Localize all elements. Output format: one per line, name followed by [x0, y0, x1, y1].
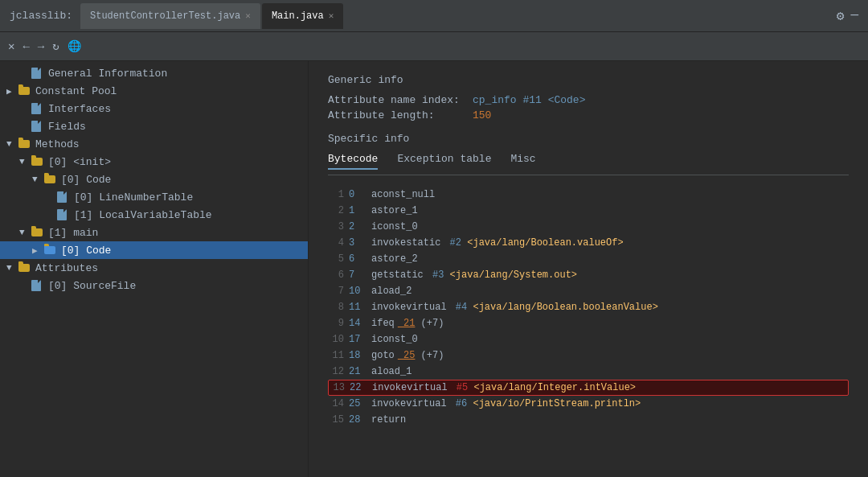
back-icon[interactable]: ←: [23, 40, 29, 53]
attr-length-label: Attribute length:: [328, 109, 473, 121]
sidebar: General Information ▶ Constant Pool Inte…: [0, 61, 309, 477]
arrow-attributes: ▼: [6, 263, 16, 273]
forward-icon[interactable]: →: [38, 40, 44, 53]
attr-name-label: Attribute name index:: [328, 94, 473, 106]
attr-length-row: Attribute length: 150: [328, 109, 849, 121]
title-bar: jclasslib: StudentControllerTest.java ✕ …: [0, 0, 868, 32]
tab-misc[interactable]: Misc: [510, 153, 535, 170]
bc-row-7: 7 10 aload_2: [328, 283, 849, 299]
attr-name-link[interactable]: cp_info #11: [473, 94, 542, 106]
toolbar: ✕ ← → ↻ 🌐: [0, 32, 868, 61]
bc-row-11: 11 18 goto 25 (+7): [328, 347, 849, 364]
tab-bytecode[interactable]: Bytecode: [328, 153, 378, 170]
tab-student-label: StudentControllerTest.java: [90, 10, 240, 22]
bc-row-4: 4 3 invokestatic #2 <java/lang/Boolean.v…: [328, 235, 849, 251]
arrow-main: ▼: [19, 228, 29, 237]
folder-icon-init: [31, 156, 44, 167]
title-bar-actions: ⚙ —: [837, 8, 858, 24]
label-general-info: General Information: [48, 68, 167, 80]
bc-row-2: 2 1 astore_1: [328, 203, 849, 219]
folder-icon-main: [31, 227, 44, 238]
label-source-file: [0] SourceFile: [48, 280, 136, 292]
attr-length-value: 150: [473, 109, 491, 121]
bc-row-14: 14 25 invokevirtual #6 <java/io/PrintStr…: [328, 396, 849, 412]
folder-icon-constant-pool: [18, 85, 31, 97]
sidebar-item-main-code[interactable]: ▶ [0] Code: [0, 241, 308, 259]
sidebar-item-general-info[interactable]: General Information: [0, 64, 308, 82]
arrow-init: ▼: [19, 157, 29, 167]
sidebar-item-interfaces[interactable]: Interfaces: [0, 100, 308, 117]
bc-row-3: 3 2 iconst_0: [328, 219, 849, 235]
minimize-icon[interactable]: —: [850, 8, 858, 24]
bc-row-10: 10 17 iconst_0: [328, 331, 849, 347]
bytecode-area: 1 0 aconst_null 2 1 astore_1 3 2 iconst_…: [328, 187, 849, 428]
sidebar-item-fields[interactable]: Fields: [0, 117, 308, 135]
generic-info-title: Generic info: [328, 74, 849, 86]
label-interfaces: Interfaces: [48, 103, 111, 115]
arrow-main-code: ▶: [32, 245, 42, 256]
folder-icon-init-code: [44, 174, 57, 185]
sidebar-item-init[interactable]: ▼ [0] <init>: [0, 153, 308, 171]
sidebar-item-source-file[interactable]: [0] SourceFile: [0, 277, 308, 294]
label-fields: Fields: [48, 121, 86, 133]
tab-student-close[interactable]: ✕: [245, 10, 251, 21]
arrow-fields: [19, 121, 29, 131]
bc-row-8: 8 11 invokevirtual #4 <java/lang/Boolean…: [328, 299, 849, 315]
bc-row-15: 15 28 return: [328, 412, 849, 428]
label-constant-pool: Constant Pool: [35, 85, 117, 97]
file-icon-line-number: [57, 191, 70, 203]
bc-row-9: 9 14 ifeq 21 (+7): [328, 315, 849, 331]
arrow-source-file: [19, 281, 29, 290]
tab-main[interactable]: Main.java ✕: [262, 3, 343, 29]
bc-row-13-highlighted: 13 22 invokevirtual #5 <java/lang/Intege…: [328, 380, 849, 396]
arrow-interfaces: [19, 104, 29, 113]
label-attributes: Attributes: [35, 262, 98, 274]
attr-name-row: Attribute name index: cp_info #11 <Code>: [328, 94, 849, 106]
close-icon[interactable]: ✕: [8, 39, 14, 53]
main-layout: General Information ▶ Constant Pool Inte…: [0, 61, 868, 477]
arrow-line-number: [45, 192, 55, 202]
sidebar-item-methods[interactable]: ▼ Methods: [0, 135, 308, 153]
folder-icon-main-code: [44, 245, 57, 256]
file-icon-interfaces: [31, 103, 44, 114]
label-main: [1] main: [48, 227, 98, 239]
attr-name-angle: <Code>: [548, 94, 586, 106]
content-area: Generic info Attribute name index: cp_in…: [309, 61, 868, 477]
arrow-methods: ▼: [6, 139, 16, 149]
tab-main-close[interactable]: ✕: [329, 10, 334, 21]
bc-row-5: 5 6 astore_2: [328, 251, 849, 267]
file-icon-general-info: [31, 68, 44, 79]
folder-icon-methods: [18, 138, 31, 150]
file-icon-source-file: [31, 280, 44, 291]
arrow-general-info: [19, 68, 29, 78]
sidebar-item-attributes[interactable]: ▼ Attributes: [0, 259, 308, 277]
gear-icon[interactable]: ⚙: [837, 8, 845, 24]
sidebar-item-init-code[interactable]: ▼ [0] Code: [0, 171, 308, 188]
sidebar-item-constant-pool[interactable]: ▶ Constant Pool: [0, 82, 308, 100]
globe-icon[interactable]: 🌐: [68, 39, 81, 53]
arrow-init-code: ▼: [32, 175, 42, 184]
tab-exception-table[interactable]: Exception table: [397, 153, 491, 170]
label-local-variable: [1] LocalVariableTable: [74, 209, 212, 221]
label-init: [0] <init>: [48, 156, 111, 168]
arrow-constant-pool: ▶: [6, 86, 16, 97]
app-name: jclasslib:: [10, 10, 72, 22]
sidebar-item-line-number-table[interactable]: [0] LineNumberTable: [0, 188, 308, 206]
sidebar-item-main[interactable]: ▼ [1] main: [0, 224, 308, 241]
specific-info-title: Specific info: [328, 133, 849, 145]
tab-main-label: Main.java: [272, 10, 324, 22]
folder-icon-attributes: [18, 262, 31, 273]
arrow-local-variable: [45, 210, 55, 220]
bc-row-12: 12 21 aload_1: [328, 364, 849, 380]
bc-row-6: 6 7 getstatic #3 <java/lang/System.out>: [328, 267, 849, 283]
tab-student[interactable]: StudentControllerTest.java ✕: [80, 3, 260, 29]
content-tabs: Bytecode Exception table Misc: [328, 153, 849, 175]
refresh-icon[interactable]: ↻: [52, 39, 59, 53]
sidebar-item-local-variable-table[interactable]: [1] LocalVariableTable: [0, 206, 308, 224]
file-icon-fields: [31, 121, 44, 132]
label-main-code: [0] Code: [61, 245, 111, 257]
attr-name-value: cp_info #11 <Code>: [473, 94, 585, 106]
label-methods: Methods: [35, 138, 80, 150]
label-line-number: [0] LineNumberTable: [74, 191, 193, 204]
label-init-code: [0] Code: [61, 174, 111, 186]
